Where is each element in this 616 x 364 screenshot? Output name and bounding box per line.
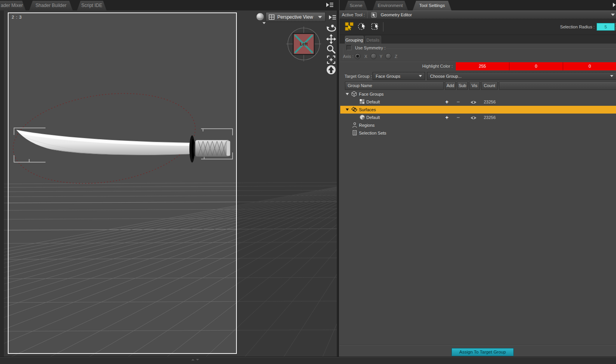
sub-button[interactable]: − (457, 99, 460, 105)
group-table-header: Group Name Add Sub Vis Count (345, 82, 616, 90)
view-selector-label: Perspective View (277, 14, 318, 20)
tab-scene[interactable]: Scene (345, 1, 368, 10)
pan-camera-icon[interactable] (326, 34, 336, 44)
regions-icon (352, 122, 357, 128)
tree-row-face-groups[interactable]: Face Groups (340, 90, 616, 98)
tab-tool-settings[interactable]: Tool Settings (413, 1, 452, 10)
target-group-label: Target Group : (345, 74, 372, 79)
right-tabbar: Scene Environment Tool Settings (340, 0, 616, 10)
geometry-editor-icon (371, 11, 378, 18)
active-tool-dropdown-arrow[interactable] (611, 14, 615, 16)
chevron-down-icon (610, 75, 613, 77)
aspect-ratio-label: 2 : 3 (12, 15, 22, 19)
assign-to-target-group-button[interactable]: Assign To Target Group (452, 348, 514, 356)
face-count: 23256 (484, 100, 496, 104)
face-group-icon (359, 99, 365, 104)
viewport-pane-icon (269, 14, 275, 20)
col-filler (499, 82, 616, 90)
col-vis[interactable]: Vis (469, 82, 480, 90)
tab-shader-builder[interactable]: Shader Builder (29, 1, 73, 10)
grouping-tabbar: Grouping Details (340, 35, 616, 44)
drag-selection-tool-icon[interactable] (344, 21, 354, 32)
col-group-name[interactable]: Group Name (345, 82, 444, 90)
choose-group-dropdown[interactable]: Choose Group... (427, 72, 616, 80)
chevron-down-icon (318, 16, 322, 18)
use-symmetry-label: Use Symmetry : (355, 46, 385, 50)
nav-cube-face-label: Left (300, 42, 308, 46)
highlight-color-b[interactable]: 0 (563, 62, 616, 70)
left-gutter (0, 10, 4, 357)
scene-sword (9, 13, 236, 353)
visibility-eye-icon[interactable] (470, 116, 477, 120)
sub-button[interactable]: − (457, 114, 460, 121)
axis-y-radio[interactable] (371, 53, 376, 59)
tab-script-ide[interactable]: Script IDE (77, 1, 107, 10)
tab-shader-mixer[interactable]: ader Mixer (0, 1, 26, 10)
tree-row-surfaces-default[interactable]: Default + − 23256 (340, 114, 616, 121)
highlight-color-bar: 255 0 0 (456, 62, 616, 70)
expander-icon[interactable] (346, 108, 349, 111)
tool-settings-pane: Scene Environment Tool Settings Active T… (339, 0, 616, 357)
chevron-down-icon (419, 75, 422, 77)
tree-row-selection-sets[interactable]: Selection Sets (340, 129, 616, 137)
tab-environment[interactable]: Environment (373, 1, 408, 10)
selection-radius-label: Selection Radius : (560, 24, 595, 29)
col-count[interactable]: Count (481, 82, 498, 90)
axis-z-radio[interactable] (385, 53, 391, 59)
add-button[interactable]: + (445, 114, 448, 121)
grouping-panel: Use Symmetry : Axis : X Y Z Highlight Co… (340, 44, 616, 345)
lasso-selection-tool-icon[interactable] (357, 21, 368, 32)
tree-row-regions[interactable]: Regions (340, 121, 616, 129)
active-tool-label: Active Tool : (342, 12, 365, 17)
use-symmetry-checkbox[interactable] (346, 45, 352, 50)
aspect-frame: 2 : 3 (8, 12, 237, 354)
tree-row-face-groups-default[interactable]: Default + − 23256 (340, 98, 616, 106)
active-tool-name[interactable]: Geometry Editor (381, 12, 611, 17)
tree-row-surfaces[interactable]: Surfaces (340, 106, 616, 114)
col-add[interactable]: Add (445, 82, 456, 90)
visibility-eye-icon[interactable] (470, 100, 477, 105)
face-count: 23256 (484, 115, 496, 120)
right-pane-menu-icon[interactable] (612, 2, 616, 8)
face-groups-icon (351, 91, 357, 97)
tab-grouping[interactable]: Grouping (345, 36, 364, 44)
view-navigator-widget[interactable]: Left (282, 23, 325, 65)
axis-label: Axis : (343, 54, 354, 59)
sword-model (16, 130, 230, 163)
left-tabbar: ader Mixer Shader Builder Script IDE (0, 0, 337, 10)
target-group-dropdown[interactable]: Face Groups (373, 72, 425, 80)
aim-camera-icon[interactable] (326, 65, 336, 75)
highlight-color-r[interactable]: 255 (456, 62, 509, 70)
view-selector-dropdown[interactable]: Perspective View (266, 12, 326, 22)
splitter-grip-icon[interactable] (191, 359, 201, 363)
zoom-camera-icon[interactable] (326, 44, 336, 54)
axis-x-radio[interactable] (355, 53, 360, 59)
surfaces-icon (351, 107, 357, 112)
add-button[interactable]: + (445, 99, 448, 105)
pane-menu-icon[interactable] (326, 2, 334, 8)
viewport-pane-menu-icon[interactable] (329, 14, 336, 21)
selection-sets-icon (352, 130, 357, 136)
selection-radius-input[interactable]: 5 (597, 23, 615, 31)
marquee-selection-tool-icon[interactable] (371, 21, 381, 32)
tab-details[interactable]: Details (365, 36, 381, 44)
highlight-color-g[interactable]: 0 (509, 62, 563, 70)
tool-mode-toolbar: Selection Radius : 5 (340, 19, 616, 35)
expander-icon[interactable] (346, 93, 349, 95)
viewport-3d[interactable]: 2 : 3 Perspective View (4, 10, 337, 357)
orbit-camera-icon[interactable] (326, 23, 336, 34)
frame-selection-icon[interactable] (326, 54, 336, 65)
surface-icon (359, 114, 365, 120)
status-strip (0, 357, 616, 364)
daz-studio-window: ader Mixer Shader Builder Script IDE (0, 0, 616, 364)
active-tool-row: Active Tool : Geometry Editor (340, 10, 616, 19)
highlight-color-label: Highlight Color : (422, 64, 453, 68)
col-sub[interactable]: Sub (457, 82, 468, 90)
